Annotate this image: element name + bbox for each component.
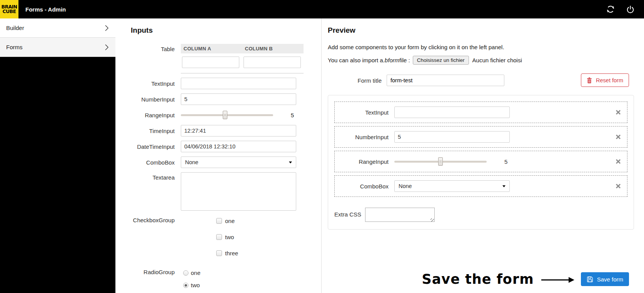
field-row-timeinput: TimeInput bbox=[115, 125, 321, 137]
extra-css-resize-wrap bbox=[365, 208, 435, 223]
checkbox-label: one bbox=[225, 218, 235, 224]
checkbox-option-three[interactable]: three bbox=[213, 247, 238, 259]
extra-css-textarea[interactable] bbox=[365, 208, 435, 222]
checkbox-option-one[interactable]: one bbox=[213, 215, 238, 226]
arrow-right-icon bbox=[541, 276, 575, 283]
form-title-row: Form title Reset form bbox=[328, 73, 644, 87]
range-handle[interactable] bbox=[223, 111, 227, 119]
table-column-header: COLUMN B bbox=[242, 44, 304, 53]
file-status-text: Aucun fichier choisi bbox=[472, 57, 522, 63]
form-title-label: Form title bbox=[328, 77, 382, 84]
save-form-label: Save form bbox=[597, 276, 623, 283]
table-row bbox=[181, 53, 304, 73]
sidebar-item-label: Builder bbox=[6, 25, 24, 31]
close-icon[interactable] bbox=[616, 110, 621, 115]
save-annotation-text: Save the form bbox=[422, 271, 534, 287]
preview-numberinput-field[interactable] bbox=[394, 131, 510, 143]
checkbox-option-two[interactable]: two bbox=[213, 231, 238, 243]
component-label: RangeInput bbox=[335, 158, 394, 165]
dropdown-caret-icon bbox=[502, 185, 506, 187]
field-row-combobox: ComboBox None bbox=[115, 156, 321, 168]
import-text-prefix: You can also import a bbox=[328, 57, 383, 63]
field-row-textinput: TextInput bbox=[115, 78, 321, 89]
combobox-select[interactable]: None bbox=[181, 156, 296, 168]
preview-component-numberinput[interactable]: NumberInput bbox=[334, 126, 627, 148]
preview-panel-title: Preview bbox=[328, 26, 644, 35]
topbar-actions bbox=[606, 5, 635, 14]
checkbox-icon[interactable] bbox=[216, 234, 222, 240]
table-column-header: COLUMN A bbox=[181, 44, 242, 53]
extra-css-label: Extra CSS bbox=[334, 208, 361, 218]
preview-form-container: TextInput NumberInput RangeInput bbox=[328, 95, 634, 230]
checkbox-label: two bbox=[225, 234, 234, 240]
sidebar: Builder Forms bbox=[0, 18, 115, 293]
sidebar-item-forms[interactable]: Forms bbox=[0, 38, 115, 57]
table-cell-input-b[interactable] bbox=[244, 57, 301, 68]
reset-form-button[interactable]: Reset form bbox=[581, 73, 629, 87]
save-form-button[interactable]: Save form bbox=[581, 272, 629, 286]
save-row: Save the form Save form bbox=[422, 271, 629, 287]
field-label: ComboBox bbox=[115, 159, 181, 166]
radio-icon[interactable] bbox=[183, 270, 189, 276]
preview-rangeinput-slider[interactable] bbox=[394, 156, 487, 167]
field-row-textarea: Textarea bbox=[115, 172, 321, 211]
field-row-numberinput: NumberInput bbox=[115, 93, 321, 105]
preview-panel: Preview Add some components to your form… bbox=[322, 18, 644, 293]
field-label: CheckboxGroup bbox=[115, 215, 181, 223]
sidebar-item-builder[interactable]: Builder bbox=[0, 18, 115, 38]
field-row-rangeinput: RangeInput 5 bbox=[115, 109, 321, 121]
radio-option-one[interactable]: one bbox=[181, 268, 200, 278]
field-row-checkboxgroup: CheckboxGroup one two three bbox=[115, 215, 321, 263]
preview-textinput-field[interactable] bbox=[394, 107, 510, 118]
preview-combobox-select[interactable]: None bbox=[394, 180, 510, 192]
refresh-icon[interactable] bbox=[606, 5, 615, 14]
radio-option-two[interactable]: two bbox=[181, 280, 200, 290]
import-line: You can also import a .bform file : Choi… bbox=[328, 56, 644, 65]
file-choose-button[interactable]: Choisissez un fichier bbox=[413, 56, 469, 65]
field-label: RadioGroup bbox=[115, 268, 181, 275]
close-icon[interactable] bbox=[616, 183, 621, 189]
import-file-extension: .bform bbox=[383, 57, 400, 63]
textarea-field[interactable] bbox=[181, 172, 296, 211]
field-label: Table bbox=[115, 44, 181, 52]
datetimeinput-field[interactable] bbox=[181, 141, 296, 152]
combobox-selected-value: None bbox=[185, 159, 199, 165]
preview-hint-text: Add some components to your form by clic… bbox=[328, 44, 644, 50]
range-handle[interactable] bbox=[438, 157, 443, 166]
preview-component-rangeinput[interactable]: RangeInput 5 bbox=[334, 151, 627, 172]
form-title-input[interactable] bbox=[387, 75, 504, 86]
radio-label: one bbox=[191, 270, 200, 276]
component-label: NumberInput bbox=[335, 134, 394, 140]
component-label: ComboBox bbox=[335, 183, 394, 190]
timeinput-field[interactable] bbox=[181, 125, 296, 137]
close-icon[interactable] bbox=[616, 134, 621, 140]
field-row-datetimeinput: DateTimeInput bbox=[115, 141, 321, 152]
checkbox-icon[interactable] bbox=[216, 250, 222, 256]
power-icon[interactable] bbox=[626, 5, 635, 14]
preview-component-textinput[interactable]: TextInput bbox=[334, 102, 627, 123]
trash-icon bbox=[587, 77, 592, 83]
field-label: DateTimeInput bbox=[115, 143, 181, 150]
combobox-selected-value: None bbox=[399, 183, 412, 189]
table-component[interactable]: COLUMN A COLUMN B bbox=[181, 44, 304, 73]
checkbox-label: three bbox=[225, 250, 238, 256]
radio-label: two bbox=[191, 282, 200, 288]
checkbox-icon[interactable] bbox=[216, 218, 222, 224]
field-label: NumberInput bbox=[115, 96, 181, 103]
numberinput-field[interactable] bbox=[181, 93, 296, 105]
preview-component-combobox[interactable]: ComboBox None bbox=[334, 175, 627, 197]
extra-css-row: Extra CSS bbox=[334, 208, 627, 223]
field-row-table: Table COLUMN A COLUMN B bbox=[115, 44, 321, 73]
chevron-right-icon bbox=[105, 25, 108, 31]
rangeinput-slider[interactable] bbox=[181, 109, 273, 121]
save-floppy-icon bbox=[587, 276, 593, 283]
close-icon[interactable] bbox=[616, 159, 621, 164]
import-text-suffix: file : bbox=[399, 57, 410, 63]
radio-icon-checked[interactable] bbox=[183, 283, 189, 288]
table-cell-input-a[interactable] bbox=[182, 57, 239, 68]
field-label: Textarea bbox=[115, 172, 181, 181]
chevron-right-icon bbox=[105, 44, 108, 50]
component-label: TextInput bbox=[335, 109, 394, 116]
textinput-field[interactable] bbox=[181, 78, 296, 89]
logo-line2: CUBE bbox=[3, 9, 16, 14]
